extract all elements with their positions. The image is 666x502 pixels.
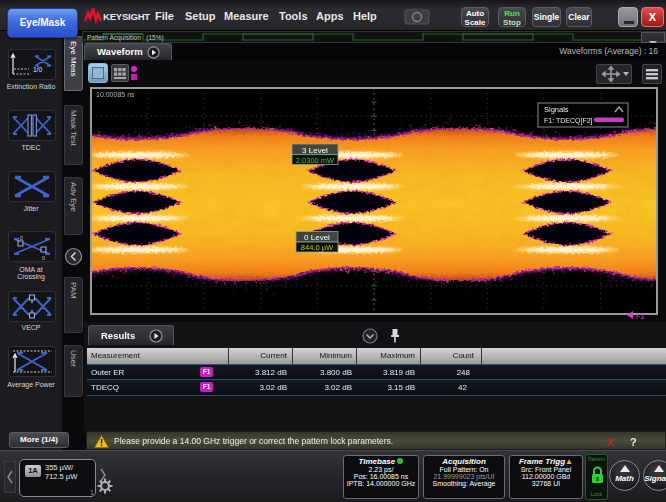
svg-text:2.0300 mW: 2.0300 mW	[296, 156, 335, 165]
svg-text:10.00085 ns: 10.00085 ns	[96, 91, 135, 98]
svg-text:0: 0	[42, 255, 45, 261]
svg-text:1/0: 1/0	[33, 66, 42, 73]
svg-text:0: 0	[20, 235, 23, 241]
svg-text:3 Level: 3 Level	[302, 146, 328, 155]
svg-text:844.0 µW: 844.0 µW	[301, 243, 334, 252]
svg-text:F1: F1	[636, 312, 645, 321]
svg-text:F1: TDECQ[F2]: F1: TDECQ[F2]	[544, 117, 593, 125]
svg-text:0 Level: 0 Level	[304, 233, 330, 242]
svg-text:Signals: Signals	[544, 105, 569, 114]
